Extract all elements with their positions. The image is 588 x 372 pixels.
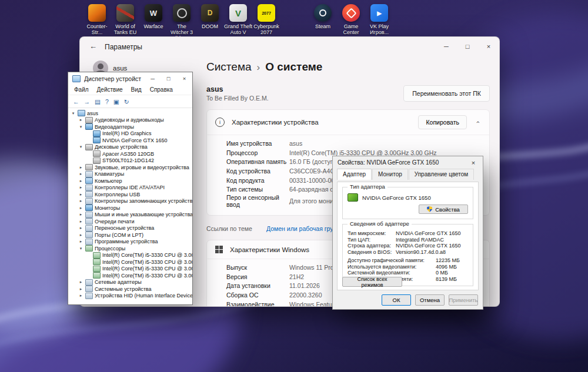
settings-titlebar[interactable]: ← Параметры ─ □ × <box>80 37 499 57</box>
forward-icon[interactable]: → <box>84 98 91 105</box>
tab[interactable]: Адаптер <box>337 169 372 180</box>
menu-item[interactable]: Файл <box>70 86 93 93</box>
tree-item[interactable]: ▸Мыши и иные указывающие устройства <box>68 212 192 219</box>
breadcrumb-parent[interactable]: Система <box>206 61 252 73</box>
apply-button[interactable]: Применить <box>449 294 478 306</box>
collapse-icon[interactable]: ▾ <box>78 145 83 149</box>
expand-icon[interactable]: ▸ <box>78 287 83 291</box>
desktop-icon[interactable]: Cyberpunk 2077 <box>252 4 280 41</box>
expand-icon[interactable]: ▸ <box>78 172 83 176</box>
device-manager-titlebar[interactable]: Диспетчер устройств ─ □ × <box>68 72 192 85</box>
tree-item[interactable]: ▾asus <box>68 110 192 117</box>
tree-item[interactable]: Intel(R) Core(TM) i5-3330 CPU @ 3.00GHz <box>68 272 192 279</box>
display-icon <box>85 123 93 130</box>
console-tree-icon[interactable]: ▤ <box>95 98 101 105</box>
desktop-icon[interactable]: Counter-Str... 2 <box>83 4 111 41</box>
expand-icon[interactable]: ▸ <box>78 239 83 244</box>
expand-icon[interactable]: ▸ <box>78 118 83 122</box>
rename-pc-button[interactable]: Переименовать этот ПК <box>403 85 490 102</box>
tree-item[interactable]: ▸Контроллеры USB <box>68 191 192 198</box>
scan-hardware-icon[interactable]: ↻ <box>124 98 129 105</box>
tree-item[interactable]: ▸Переносные устройства <box>68 225 192 232</box>
tree-item[interactable]: ▸Порты (COM и LPT) <box>68 232 192 239</box>
expand-icon[interactable]: ▸ <box>78 293 83 298</box>
menu-item[interactable]: Действие <box>93 86 127 93</box>
properties-icon[interactable]: ▣ <box>113 98 119 105</box>
tree-item[interactable]: ▸Программные устройства <box>68 239 192 246</box>
spec-row: Имя устройства asus <box>226 139 481 148</box>
minimize-button[interactable]: ─ <box>145 72 161 85</box>
expand-icon[interactable]: ▸ <box>78 206 83 210</box>
expand-icon[interactable]: ▸ <box>78 212 83 217</box>
tree-item[interactable]: NVIDIA GeForce GTX 1650 <box>68 137 192 144</box>
tree-item[interactable]: ▸Контроллеры запоминающих устройств <box>68 198 192 205</box>
tree-item[interactable]: ▾Процессоры <box>68 245 192 252</box>
adapter-properties-button[interactable]: Свойства <box>419 205 468 214</box>
tree-item[interactable]: ▸Очереди печати <box>68 218 192 225</box>
expand-icon[interactable]: ▸ <box>78 280 83 284</box>
tree-item-label: Компьютер <box>95 178 122 184</box>
tree-item[interactable]: ▸Сетевые адаптеры <box>68 279 192 286</box>
tree-item[interactable]: Intel(R) Core(TM) i5-3330 CPU @ 3.00GHz <box>68 252 192 259</box>
minimize-button[interactable]: ─ <box>436 37 457 55</box>
tree-item[interactable]: ▸Звуковые, игровые и видеоустройства <box>68 164 192 171</box>
tree-item[interactable]: Intel(R) Core(TM) i5-3330 CPU @ 3.00GHz <box>68 266 192 273</box>
tree-item[interactable]: ▸Аудиовходы и аудиовыходы <box>68 117 192 124</box>
maximize-button[interactable]: □ <box>161 72 176 85</box>
collapse-icon[interactable]: ▾ <box>78 125 83 129</box>
tree-item[interactable]: ▸Мониторы <box>68 205 192 212</box>
ok-button[interactable]: ОК <box>382 294 411 306</box>
collapse-icon[interactable]: ▾ <box>78 246 83 251</box>
expand-icon[interactable]: ▸ <box>78 226 83 230</box>
tree-item[interactable]: Intel(R) HD Graphics <box>68 130 192 138</box>
tree-item[interactable]: ▸Системные устройства <box>68 286 192 293</box>
back-icon[interactable]: ← <box>73 98 79 105</box>
tree-item[interactable]: ▸Клавиатуры <box>68 171 192 178</box>
tree-item[interactable]: ▸Устройства HID (Human Interface Devices… <box>68 293 192 300</box>
desktop-icon[interactable]: Steam <box>309 4 337 41</box>
tree-item[interactable]: ▸Компьютер <box>68 177 192 185</box>
tree-item-label: Аудиовходы и аудиовыходы <box>95 117 164 123</box>
expand-icon[interactable]: ▸ <box>78 179 83 183</box>
menu-item[interactable]: Вид <box>127 86 146 93</box>
maximize-button[interactable]: □ <box>457 37 478 55</box>
help-icon[interactable]: ? <box>105 98 109 105</box>
close-button[interactable]: × <box>176 72 192 85</box>
tab[interactable]: Монитор <box>372 169 408 180</box>
desktop-icon[interactable]: World of Tanks EU <box>111 4 139 41</box>
menu-item[interactable]: Справка <box>146 86 177 93</box>
desktop-icon[interactable]: VK Play Игров... <box>365 4 393 41</box>
tree-item[interactable]: ST500LT012-1DG142 <box>68 157 192 165</box>
close-button[interactable]: × <box>478 37 499 55</box>
chevron-up-icon[interactable] <box>474 119 481 126</box>
back-icon[interactable]: ← <box>89 42 97 51</box>
tree-item[interactable]: ▾Видеоадаптеры <box>68 123 192 130</box>
tab[interactable]: Управление цветом <box>409 169 474 180</box>
dialog-titlebar[interactable]: Свойства: NVIDIA GeForce GTX 1650 × <box>333 156 483 169</box>
cancel-button[interactable]: Отмена <box>415 294 445 306</box>
close-button[interactable]: × <box>464 156 483 169</box>
desktop-icon[interactable]: The Witcher 3 Wild Hunt <box>168 4 196 41</box>
desktop-icon[interactable]: DOOM <box>196 4 224 41</box>
tree-item[interactable]: ▾Дисковые устройства <box>68 144 192 151</box>
expand-icon[interactable]: ▸ <box>78 185 83 190</box>
expand-icon[interactable]: ▸ <box>78 199 83 203</box>
tree-item[interactable]: Apacer AS350 120GB <box>68 150 192 157</box>
display-icon <box>93 137 101 143</box>
expand-icon[interactable]: ▸ <box>78 219 83 224</box>
device-specs-header[interactable]: Характеристики устройства Копировать <box>207 110 489 135</box>
desktop-icon[interactable]: Game Center <box>337 4 365 41</box>
desktop-icon[interactable]: Grand Theft Auto V <box>224 4 252 41</box>
expand-icon[interactable]: ▸ <box>78 165 83 170</box>
info-label: Системной видеопамяти: <box>348 270 436 276</box>
audio-icon <box>85 117 93 123</box>
desktop-icon[interactable]: Warface <box>139 4 168 41</box>
tree-item[interactable]: ▸Контроллеры IDE ATA/ATAPI <box>68 185 192 192</box>
expand-icon[interactable]: ▸ <box>78 192 83 197</box>
tree-item[interactable]: Intel(R) Core(TM) i5-3330 CPU @ 3.00GHz <box>68 259 192 266</box>
copy-button[interactable]: Копировать <box>418 115 467 129</box>
list-all-modes-button[interactable]: Список всех режимов <box>342 277 402 287</box>
collapse-icon[interactable]: ▾ <box>71 111 76 116</box>
audio-icon <box>85 164 93 170</box>
expand-icon[interactable]: ▸ <box>78 233 83 237</box>
